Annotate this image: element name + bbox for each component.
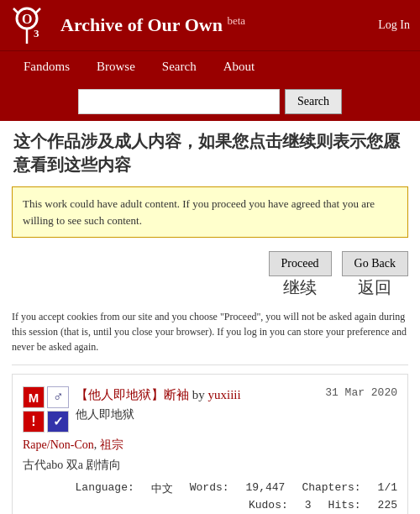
search-bar: Search <box>0 82 420 121</box>
language-value: 中文 <box>151 481 173 496</box>
work-stats: Language: 中文 Words: 19,447 Chapters: 1/1… <box>23 481 397 511</box>
cookies-note: If you accept cookies from our site and … <box>0 302 420 365</box>
age-confirm-box: This work could have adult content. If y… <box>12 186 408 238</box>
proceed-label-zh: 继续 <box>283 276 317 299</box>
main-nav: Fandoms Browse Search About <box>0 50 420 82</box>
beta-label: beta <box>227 14 245 27</box>
tag-rape-noncon[interactable]: Rape/Non-Con <box>23 438 94 451</box>
work-info: 【他人即地狱】断袖 by yuxiiii 他人即地狱 <box>76 386 318 422</box>
proceed-button[interactable]: Proceed <box>269 251 332 276</box>
age-confirm-text: This work could have adult content. If y… <box>23 197 375 227</box>
work-fandom: 他人即地狱 <box>76 407 318 422</box>
svg-text:O: O <box>22 12 32 26</box>
divider <box>12 365 408 365</box>
stat-row-1: Language: 中文 Words: 19,447 Chapters: 1/1 <box>76 481 397 496</box>
icon-row-bottom: ! ✓ <box>23 411 69 433</box>
action-buttons-area: Proceed 继续 Go Back 返回 <box>0 243 420 302</box>
gender-icon: ♂ <box>47 386 69 408</box>
site-title: Archive of Our Own beta <box>60 14 370 36</box>
svg-line-3 <box>13 8 18 13</box>
tag-ancestor[interactable]: 祖宗 <box>100 438 123 451</box>
work-top-row: M ♂ ! ✓ 【他人即地狱】断袖 by yuxiiii 他人即地狱 31 Ma… <box>23 386 397 433</box>
svg-text:3: 3 <box>34 27 39 39</box>
hits-label: Hits: <box>328 499 361 511</box>
nav-search[interactable]: Search <box>149 51 210 82</box>
goback-button[interactable]: Go Back <box>342 251 408 276</box>
work-title: 【他人即地狱】断袖 by yuxiiii <box>76 386 318 404</box>
chapters-value: 1/1 <box>378 481 397 496</box>
adult-warning-title: 这个作品涉及成人内容，如果您点击继续则表示您愿意看到这些内容 <box>0 121 420 181</box>
work-date: 31 Mar 2020 <box>325 386 397 399</box>
search-input[interactable] <box>78 89 280 114</box>
site-header: O 3 Archive of Our Own beta Log In <box>0 0 420 50</box>
work-tags: Rape/Non-Con, 祖宗 <box>23 438 397 453</box>
icon-row-top: M ♂ <box>23 386 69 408</box>
work-card: M ♂ ! ✓ 【他人即地狱】断袖 by yuxiiii 他人即地狱 31 Ma… <box>12 374 408 514</box>
work-title-link[interactable]: 【他人即地狱】断袖 <box>76 388 189 401</box>
words-label: Words: <box>190 481 229 496</box>
kudos-value: 3 <box>305 499 312 511</box>
goback-label-zh: 返回 <box>358 276 391 299</box>
nav-about[interactable]: About <box>210 51 269 82</box>
language-label: Language: <box>76 481 134 496</box>
warning-icon: ! <box>23 411 45 433</box>
proceed-group: Proceed 继续 <box>269 251 332 299</box>
words-value: 19,447 <box>246 481 286 496</box>
nav-browse[interactable]: Browse <box>83 51 149 82</box>
search-submit-button[interactable]: Search <box>285 89 342 114</box>
login-button[interactable]: Log In <box>378 18 410 32</box>
hits-value: 225 <box>378 499 397 511</box>
kudos-label: Kudos: <box>249 499 288 511</box>
goback-group: Go Back 返回 <box>342 251 408 299</box>
stat-row-2: Kudos: 3 Hits: 225 <box>249 499 397 511</box>
work-author-link[interactable]: yuxiiii <box>208 388 241 401</box>
work-by: by <box>192 388 205 401</box>
work-summary: 古代abo 双a 剧情向 <box>23 458 397 473</box>
work-icons: M ♂ ! ✓ <box>23 386 69 433</box>
svg-line-4 <box>35 8 40 13</box>
chapters-label: Chapters: <box>302 481 360 496</box>
site-logo: O 3 <box>10 7 52 44</box>
complete-icon: ✓ <box>47 411 69 433</box>
nav-fandoms[interactable]: Fandoms <box>10 51 83 82</box>
rating-icon: M <box>23 386 45 408</box>
